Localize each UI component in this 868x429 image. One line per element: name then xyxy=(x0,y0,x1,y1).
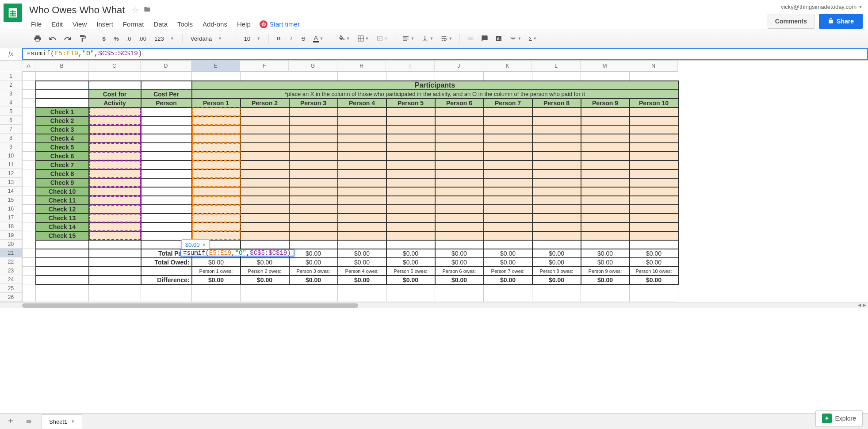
cell[interactable] xyxy=(289,107,338,116)
row-header-26[interactable]: 26 xyxy=(0,293,22,302)
share-button[interactable]: Share xyxy=(819,14,863,29)
cell[interactable] xyxy=(23,276,36,284)
cell[interactable] xyxy=(338,196,386,205)
cell[interactable] xyxy=(141,196,192,205)
cell[interactable] xyxy=(338,293,386,302)
cell[interactable]: $0.00 xyxy=(289,249,338,258)
cell[interactable] xyxy=(630,143,678,152)
cell[interactable]: Person 1 owes: xyxy=(192,267,241,276)
cell[interactable]: Person 3 owes: xyxy=(289,267,338,276)
cell[interactable] xyxy=(141,116,192,125)
bold-icon[interactable]: B xyxy=(273,33,284,44)
col-header-F[interactable]: F xyxy=(240,61,289,72)
filter-icon[interactable]: ▼ xyxy=(507,33,524,44)
cell[interactable] xyxy=(289,72,338,81)
cell[interactable] xyxy=(23,99,36,107)
cell[interactable] xyxy=(484,284,532,293)
cell[interactable]: $0.00 xyxy=(581,249,630,258)
cell[interactable] xyxy=(630,134,678,143)
row-header-1[interactable]: 1 xyxy=(0,72,22,80)
cell[interactable] xyxy=(386,240,435,249)
cell[interactable] xyxy=(581,116,630,125)
col-header-J[interactable]: J xyxy=(435,61,483,72)
cell[interactable] xyxy=(435,125,484,134)
cell[interactable] xyxy=(338,231,386,240)
comment-icon[interactable] xyxy=(478,33,491,44)
comments-button[interactable]: Comments xyxy=(768,14,814,29)
decimal-increase-icon[interactable]: .00 xyxy=(136,34,149,44)
close-icon[interactable]: × xyxy=(203,241,206,248)
cell[interactable] xyxy=(581,72,630,81)
cell[interactable] xyxy=(141,267,192,276)
menu-tools[interactable]: Tools xyxy=(173,19,197,30)
cell[interactable]: Person 9 xyxy=(581,99,630,107)
cell[interactable] xyxy=(89,284,141,293)
decimal-decrease-icon[interactable]: .0 xyxy=(123,34,134,44)
cell[interactable] xyxy=(192,134,241,143)
row-header-25[interactable]: 25 xyxy=(0,284,22,293)
cell[interactable] xyxy=(89,214,141,222)
cell[interactable] xyxy=(581,178,630,187)
cell[interactable] xyxy=(289,169,338,178)
cell[interactable] xyxy=(89,81,141,90)
cell[interactable]: $0.00 xyxy=(630,249,678,258)
cell[interactable]: $0.00 xyxy=(435,258,484,267)
cell[interactable] xyxy=(532,293,581,302)
text-wrap-icon[interactable]: ▼ xyxy=(438,33,455,44)
cell[interactable] xyxy=(192,187,241,196)
cell[interactable] xyxy=(386,134,435,143)
cell[interactable] xyxy=(241,107,289,116)
cell[interactable] xyxy=(630,231,678,240)
cell[interactable]: Check 1 xyxy=(36,107,89,116)
folder-icon[interactable] xyxy=(143,6,151,15)
cell[interactable] xyxy=(141,205,192,214)
cell[interactable] xyxy=(581,205,630,214)
redo-icon[interactable] xyxy=(61,33,74,44)
cell[interactable] xyxy=(386,125,435,134)
cell[interactable]: Person 8 owes: xyxy=(532,267,581,276)
cell[interactable] xyxy=(630,125,678,134)
cell[interactable] xyxy=(89,205,141,214)
cell[interactable] xyxy=(192,72,241,81)
cell[interactable] xyxy=(532,161,581,169)
cell[interactable] xyxy=(36,81,89,90)
cell[interactable]: $0.00 xyxy=(581,276,630,284)
menu-data[interactable]: Data xyxy=(149,19,172,30)
cell[interactable] xyxy=(89,161,141,169)
cell[interactable] xyxy=(141,178,192,187)
cell[interactable]: $0.00 xyxy=(338,276,386,284)
cell[interactable] xyxy=(435,116,484,125)
cell[interactable] xyxy=(192,222,241,231)
cell[interactable]: $0.00 xyxy=(532,258,581,267)
cell[interactable] xyxy=(23,205,36,214)
cell[interactable] xyxy=(89,249,141,258)
cell[interactable] xyxy=(192,178,241,187)
cell[interactable] xyxy=(581,125,630,134)
cell[interactable] xyxy=(141,134,192,143)
cell[interactable] xyxy=(36,249,89,258)
cell[interactable] xyxy=(23,214,36,222)
currency-icon[interactable]: $ xyxy=(99,34,109,44)
row-header-7[interactable]: 7 xyxy=(0,125,22,134)
functions-icon[interactable]: Σ▼ xyxy=(526,34,539,44)
cell[interactable] xyxy=(581,161,630,169)
cell[interactable] xyxy=(289,125,338,134)
cell[interactable] xyxy=(23,107,36,116)
row-header-16[interactable]: 16 xyxy=(0,204,22,213)
cell[interactable] xyxy=(338,134,386,143)
col-header-E[interactable]: E xyxy=(191,61,240,72)
col-header-A[interactable]: A xyxy=(22,61,35,72)
cell[interactable] xyxy=(435,231,484,240)
cell[interactable] xyxy=(630,240,678,249)
cell[interactable]: Check 11 xyxy=(36,196,89,205)
cell[interactable] xyxy=(484,107,532,116)
cell[interactable] xyxy=(338,143,386,152)
cell[interactable]: Check 2 xyxy=(36,116,89,125)
star-icon[interactable]: ☆ xyxy=(132,5,139,15)
col-header-L[interactable]: L xyxy=(532,61,581,72)
cell[interactable] xyxy=(241,169,289,178)
cell[interactable]: $0.00 xyxy=(630,258,678,267)
cell[interactable] xyxy=(36,276,89,284)
cell[interactable] xyxy=(630,178,678,187)
cell[interactable] xyxy=(532,284,581,293)
